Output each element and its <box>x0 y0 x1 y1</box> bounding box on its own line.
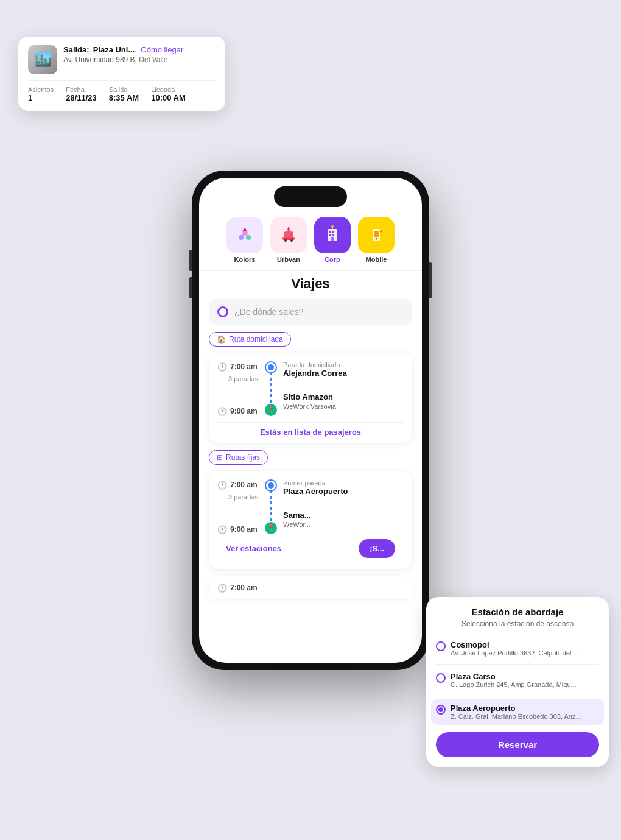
dot-top-1 <box>266 362 276 372</box>
bottom-partial-card: 🕐 7:00 am <box>209 576 412 599</box>
passenger-badge-1: Estás en lista de pasajeros <box>217 422 404 437</box>
ruta-domiciliada-label: Ruta domiciliada <box>229 335 283 344</box>
ticket-col-label-salida: Salida <box>109 86 139 93</box>
dot-bottom-2 <box>265 522 277 534</box>
kolors-label: Kolors <box>234 256 256 263</box>
ticket-col-fecha: Fecha 28/11/23 <box>66 86 97 102</box>
corp-label: Corp <box>325 256 340 263</box>
boarding-option-name-plazaaero: Plaza Aeropuerto <box>451 704 581 713</box>
page-title: Viajes <box>199 276 422 292</box>
stops-label-1: 3 paradas <box>228 375 259 383</box>
clock-icon-bottom-2: 🕐 <box>217 525 227 534</box>
app-icon-corp[interactable]: Corp <box>314 217 351 263</box>
app-icon-urbvan[interactable]: Urbvan <box>270 217 307 263</box>
home-icon: 🏠 <box>217 335 226 344</box>
boarding-reservar-button[interactable]: Reservar <box>436 732 599 757</box>
dot-line-2 <box>270 490 272 522</box>
mobile-label: Mobile <box>366 256 387 263</box>
boarding-divider-2 <box>436 696 599 696</box>
ticket-info: Salida: Plaza Uni... Cómo llegar Av. Uni… <box>63 45 183 64</box>
search-bar[interactable]: ¿De dónde sales? <box>209 299 412 325</box>
ticket-salida-row: Salida: Plaza Uni... Cómo llegar <box>63 45 183 54</box>
boarding-option-plazacarso[interactable]: Plaza Carso C. Lago Zurich 245, Amp Gran… <box>436 667 599 693</box>
stop-info-top-1: Parada domiciliada Alejandra Correa <box>283 361 404 379</box>
boarding-radio-plazacarso <box>436 673 446 683</box>
time-top-value-1: 7:00 am <box>230 362 258 371</box>
boarding-card: Estación de abordaje Selecciona la estac… <box>426 597 609 767</box>
stop-sublabel2-bottom-1: WeWork Varsovia <box>283 403 404 410</box>
time-bottom-1: 🕐 9:00 am <box>217 407 259 416</box>
timeline-times-1: 🕐 7:00 am 3 paradas 🕐 9:00 am <box>217 361 259 416</box>
route-timeline-1: 🕐 7:00 am 3 paradas 🕐 9:00 am <box>217 361 404 416</box>
phone-screen: Kolors Urbvan <box>199 178 422 663</box>
boarding-option-info-plazacarso: Plaza Carso C. Lago Zurich 245, Amp Gran… <box>451 672 577 688</box>
time-top-1: 🕐 7:00 am <box>217 361 259 372</box>
grid-icon: ⊞ <box>217 453 223 462</box>
timeline-info-1: Parada domiciliada Alejandra Correa Siti… <box>283 361 404 416</box>
ticket-col-label-asientos: Asientos <box>28 86 54 93</box>
stop-name-bottom-1: Sitio Amazon <box>283 392 404 401</box>
ticket-thumbnail: 🏙️ <box>28 45 57 74</box>
time-partial-value: 7:00 am <box>230 584 258 592</box>
svg-rect-10 <box>332 231 334 233</box>
ticket-col-llegada: Llegada 10:00 AM <box>151 86 186 102</box>
app-icon-mobile[interactable]: Mobile <box>358 217 395 263</box>
boarding-option-name-plazacarso: Plaza Carso <box>451 672 577 681</box>
stops-label-2: 3 paradas <box>228 493 259 501</box>
clock-icon-top-2: 🕐 <box>217 481 227 490</box>
ticket-como-llegar-link[interactable]: Cómo llegar <box>141 45 183 54</box>
screen-content: Kolors Urbvan <box>199 178 422 663</box>
ruta-domiciliada-tag[interactable]: 🏠 Ruta domiciliada <box>209 332 291 347</box>
clock-icon-bottom-1: 🕐 <box>217 407 227 416</box>
boarding-option-info-cosmopol: Cosmopol Av. José López Portillo 3632, C… <box>451 640 579 657</box>
time-bottom-value-1: 9:00 am <box>230 407 258 415</box>
boarding-radio-cosmopol <box>436 641 446 651</box>
urbvan-icon-box <box>270 217 307 253</box>
boarding-option-name-cosmopol: Cosmopol <box>451 640 579 649</box>
search-placeholder: ¿De dónde sales? <box>234 307 304 317</box>
app-icon-kolors[interactable]: Kolors <box>226 217 263 263</box>
ticket-cols: Asientos 1 Fecha 28/11/23 Salida 8:35 AM… <box>28 86 216 102</box>
route-card-1[interactable]: 🕐 7:00 am 3 paradas 🕐 9:00 am <box>209 353 412 443</box>
time-bottom-value-2: 9:00 am <box>230 525 258 534</box>
ticket-col-value-llegada: 10:00 AM <box>151 93 186 102</box>
time-bottom-partial: 🕐 7:00 am <box>217 582 404 593</box>
timeline-times-2: 🕐 7:00 am 3 paradas 🕐 9:00 am <box>217 479 259 534</box>
timeline-dots-1 <box>265 361 277 416</box>
stop-name-top-2: Plaza Aeropuerto <box>283 487 404 496</box>
route-card-2[interactable]: 🕐 7:00 am 3 paradas 🕐 9:00 am <box>209 471 412 569</box>
boarding-option-plazaaero[interactable]: Plaza Aeropuerto Z. Calz. Gral. Mariano … <box>431 699 604 725</box>
timeline-info-2: Primer parada Plaza Aeropuerto Sama... W… <box>283 479 404 534</box>
clock-icon-partial: 🕐 <box>217 584 227 593</box>
svg-point-17 <box>376 238 377 239</box>
urbvan-label: Urbvan <box>277 256 300 263</box>
boarding-option-addr-plazacarso: C. Lago Zurich 245, Amp Granada, Migu... <box>451 681 577 688</box>
dot-bottom-1 <box>265 404 277 416</box>
boarding-option-cosmopol[interactable]: Cosmopol Av. José López Portillo 3632, C… <box>436 635 599 662</box>
svg-point-5 <box>284 239 287 242</box>
boarding-divider-1 <box>436 664 599 665</box>
rutas-fijas-tag[interactable]: ⊞ Rutas fijas <box>209 450 268 465</box>
ticket-card: 🏙️ Salida: Plaza Uni... Cómo llegar Av. … <box>18 37 225 111</box>
boarding-option-addr-plazaaero: Z. Calz. Gral. Mariano Escobedo 303, Anz… <box>451 713 581 720</box>
phone-frame: Kolors Urbvan <box>192 171 429 670</box>
dot-line-1 <box>270 372 272 404</box>
ver-estaciones-link[interactable]: Ver estaciones <box>226 544 281 553</box>
ticket-col-asientos: Asientos 1 <box>28 86 54 102</box>
boarding-option-info-plazaaero: Plaza Aeropuerto Z. Calz. Gral. Mariano … <box>451 704 581 720</box>
svg-point-7 <box>287 228 290 231</box>
ticket-divider <box>28 80 216 81</box>
svg-rect-13 <box>331 237 334 241</box>
stop-info-bottom-2: Sama... WeWor... <box>283 510 404 528</box>
boarding-option-addr-cosmopol: Av. José López Portillo 3632, Calpulli d… <box>451 649 579 657</box>
route-timeline-2: 🕐 7:00 am 3 paradas 🕐 9:00 am <box>217 479 404 534</box>
phone-notch <box>274 186 347 207</box>
reservar-button-small[interactable]: ¡S... <box>359 539 395 558</box>
boarding-subtitle: Selecciona la estación de ascenso <box>436 619 599 628</box>
corp-icon-box <box>314 217 351 253</box>
svg-rect-4 <box>282 237 295 240</box>
rutas-fijas-label: Rutas fijas <box>226 453 260 462</box>
svg-rect-12 <box>332 234 334 236</box>
ticket-address: Av. Universidad 989 B. Del Valle <box>63 55 183 64</box>
time-bottom-2: 🕐 9:00 am <box>217 525 259 534</box>
